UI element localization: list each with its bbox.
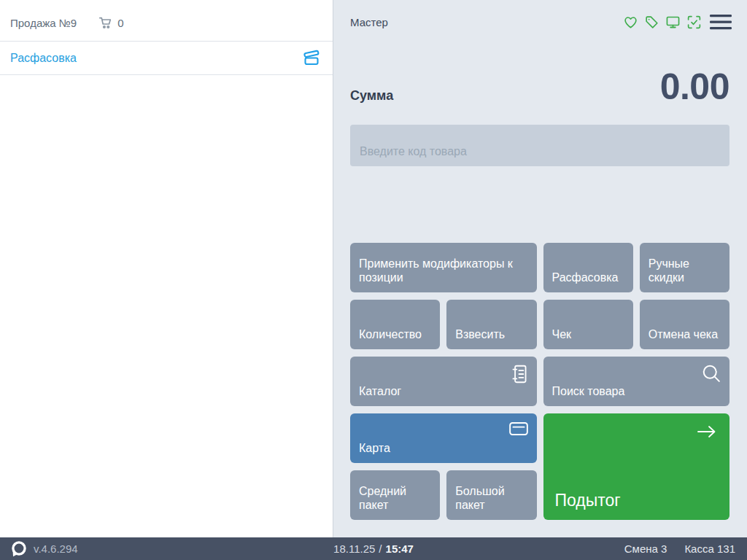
medium-bag-button[interactable]: Средний пакет	[350, 470, 440, 520]
sum-label: Сумма	[350, 88, 393, 104]
status-icons	[623, 15, 702, 30]
receipt-panel: Продажа №9 0 Расфасовка	[0, 0, 333, 537]
app-version: v.4.6.294	[34, 542, 78, 555]
cart-icon	[98, 15, 112, 30]
receipt-button[interactable]: Чек	[543, 300, 633, 349]
status-date: 18.11.25	[333, 542, 375, 555]
status-bar-left: v.4.6.294	[0, 540, 78, 558]
cart-count: 0	[117, 17, 123, 29]
cancel-receipt-button[interactable]: Отмена чека	[640, 300, 729, 349]
menu-icon	[710, 14, 732, 31]
large-bag-button[interactable]: Большой пакет	[446, 470, 536, 520]
search-product-button[interactable]: Поиск товара	[543, 357, 730, 406]
arrow-right-icon	[695, 422, 718, 441]
action-button-grid: Применить модификаторы к позиции Расфасо…	[350, 243, 729, 520]
status-separator: /	[379, 542, 382, 555]
scan-check-icon	[686, 15, 702, 30]
subtotal-button-label: Подытог	[555, 490, 621, 510]
card-button-label: Карта	[359, 441, 390, 456]
menu-button[interactable]	[710, 12, 732, 32]
status-bar-right: Смена 3 Касса 131	[624, 542, 747, 555]
logo-mark	[9, 540, 28, 558]
tag-icon	[644, 15, 659, 30]
status-bar-datetime: 18.11.25 / 15:47	[333, 542, 414, 555]
display-icon	[665, 15, 681, 30]
catalog-button-label: Каталог	[359, 384, 401, 399]
quantity-button[interactable]: Количество	[350, 300, 440, 349]
cashier-name: Мастер	[350, 16, 388, 28]
sale-header[interactable]: Продажа №9 0	[0, 0, 333, 42]
workspace-header: Мастер	[350, 12, 732, 32]
card-icon	[508, 420, 529, 438]
pos-app: Продажа №9 0 Расфасовка	[0, 0, 747, 560]
card-button[interactable]: Карта	[350, 413, 537, 463]
catalog-button[interactable]: Каталог	[350, 357, 537, 406]
shift-label: Смена 3	[624, 542, 667, 555]
open-box-icon	[302, 47, 321, 69]
tab-packing-label: Расфасовка	[10, 52, 77, 65]
apply-modifiers-button[interactable]: Применить модификаторы к позиции	[350, 243, 537, 292]
sum-value: 0.00	[660, 69, 729, 105]
subtotal-button[interactable]: Подытог	[543, 413, 730, 520]
search-product-button-label: Поиск товара	[552, 384, 625, 399]
tab-packing[interactable]: Расфасовка	[0, 42, 333, 75]
catalog-icon	[510, 363, 529, 385]
manual-discounts-button[interactable]: Ручные скидки	[640, 243, 729, 292]
register-label: Касса 131	[684, 542, 735, 555]
sale-workspace: Мастер	[333, 0, 747, 537]
search-icon	[701, 363, 721, 384]
packing-button[interactable]: Расфасовка	[543, 243, 633, 292]
heart-icon	[623, 15, 638, 30]
weigh-button[interactable]: Взвесить	[446, 300, 536, 349]
product-code-input[interactable]	[350, 125, 729, 166]
cart-counter: 0	[98, 15, 123, 30]
status-time: 15:47	[386, 542, 414, 555]
sale-title: Продажа №9	[10, 17, 77, 29]
status-bar: v.4.6.294 18.11.25 / 15:47 Смена 3 Касса…	[0, 537, 747, 560]
